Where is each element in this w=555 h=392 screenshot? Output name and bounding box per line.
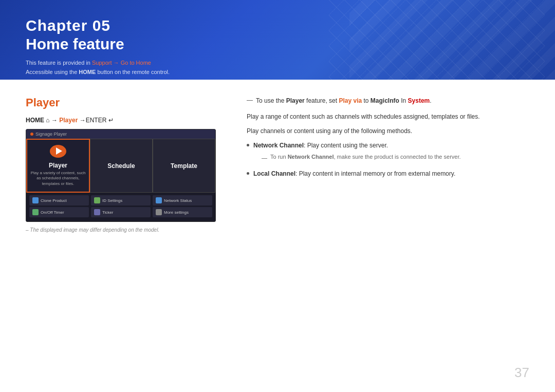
desc-home-strong: HOME [79, 69, 96, 75]
subnote-bold: Network Channel [288, 154, 334, 160]
network-status-icon [156, 197, 162, 203]
menu-network-status: Network Status [153, 195, 212, 206]
id-settings-label: ID Settings [102, 198, 122, 203]
onoff-timer-label: On/Off Timer [41, 210, 64, 215]
more-settings-label: More settings [164, 210, 189, 215]
panel-template: Template [153, 139, 215, 193]
body-text-1: Play a range of content such as channels… [247, 112, 529, 122]
network-channel-label: Network Channel [253, 142, 304, 149]
nav-enter-symbol: ↵ [108, 117, 114, 124]
more-settings-icon [156, 209, 162, 215]
bullet-local-channel: Local Channel: Play content in internal … [247, 169, 529, 179]
screenshot-menu: Clone Product ID Settings Network Status [26, 193, 215, 221]
nav-path: HOME ⌂ → Player →ENTER ↵ [26, 117, 226, 124]
panel-template-title: Template [171, 162, 197, 170]
header-banner: Chapter 05 Home feature This feature is … [0, 0, 555, 80]
bullet1-colon: : Play content using the server. [304, 142, 388, 149]
desc-line2-before: Accessible using the [26, 69, 79, 75]
ticker-icon [94, 209, 100, 215]
menu-id-settings: ID Settings [91, 195, 151, 206]
screenshot-titlebar: Signage Player [26, 129, 215, 139]
menu-onoff-timer: On/Off Timer [29, 207, 89, 217]
main-content: Player HOME ⌂ → Player →ENTER ↵ Signage … [0, 80, 555, 243]
titlebar-text: Signage Player [35, 132, 67, 137]
intro-middle: feature, set [305, 97, 339, 104]
menu-more-settings: More settings [153, 207, 212, 217]
menu-row-1: Clone Product ID Settings Network Status [29, 195, 212, 206]
bullet-2-text: Local Channel: Play content in internal … [253, 169, 455, 179]
panel-player-desc: Play a variety of content, such as sched… [30, 171, 86, 186]
intro-note-text: To use the Player feature, set Play via … [256, 96, 432, 106]
intro-in: In [399, 97, 408, 104]
bullet-dot-2 [247, 172, 249, 175]
subnote-dash: — [262, 154, 267, 163]
screenshot-caption: – The displayed image may differ dependi… [26, 227, 226, 233]
intro-note: — To use the Player feature, set Play vi… [247, 96, 529, 106]
left-column: Player HOME ⌂ → Player →ENTER ↵ Signage … [26, 96, 226, 233]
id-settings-icon [94, 197, 100, 203]
bullet2-colon: : Play content in internal memory or fro… [295, 170, 455, 177]
desc-link[interactable]: Support → Go to Home [92, 60, 151, 66]
intro-to: to [362, 97, 371, 104]
bullet-dot-1 [247, 144, 249, 146]
play-icon [50, 145, 66, 158]
clone-product-icon [32, 197, 39, 203]
onoff-timer-icon [32, 209, 39, 215]
ticker-label: Ticker [102, 210, 113, 215]
desc-line1-before: This feature is provided in [26, 60, 92, 66]
panel-player-title: Player [49, 162, 67, 169]
intro-system: System [408, 97, 430, 104]
page-number: 37 [514, 365, 529, 381]
section-title: Player [26, 96, 226, 109]
panels-container: Player Play a variety of content, such a… [26, 139, 215, 193]
menu-clone-product: Clone Product [29, 195, 89, 206]
nav-home-label: HOME [26, 117, 44, 124]
intro-play-via: Play via [339, 97, 362, 104]
bullet-1-text: Network Channel: Play content using the … [253, 141, 461, 166]
intro-period: . [430, 97, 431, 104]
nav-player-label: Player [59, 117, 78, 124]
intro-player-bold: Player [286, 97, 305, 104]
clone-product-label: Clone Product [41, 198, 67, 203]
menu-row-2: On/Off Timer Ticker More settings [29, 207, 212, 217]
right-column: — To use the Player feature, set Play vi… [247, 96, 529, 233]
local-channel-label: Local Channel [253, 170, 295, 177]
menu-ticker: Ticker [91, 207, 151, 217]
body-text-2: Play channels or content using any of th… [247, 126, 529, 137]
desc-line2-after: button on the remote control. [96, 69, 170, 75]
titlebar-dot [30, 133, 33, 136]
panel-player: Player Play a variety of content, such a… [26, 139, 90, 193]
decorative-pattern [329, 0, 545, 80]
panel-schedule-title: Schedule [107, 162, 135, 170]
network-channel-subnote: — To run Network Channel, make sure the … [262, 153, 461, 163]
subnote-text: To run Network Channel, make sure the pr… [270, 153, 461, 161]
nav-arrow1: → [51, 117, 58, 124]
channel-list: Network Channel: Play content using the … [247, 141, 529, 179]
intro-magicinfo: MagicInfo [371, 97, 399, 104]
nav-arrow2: →ENTER [80, 117, 107, 124]
nav-home-symbol: ⌂ [46, 117, 49, 124]
bullet-network-channel: Network Channel: Play content using the … [247, 141, 529, 166]
intro-dash: — [247, 97, 253, 104]
panel-schedule: Schedule [90, 139, 153, 193]
network-status-label: Network Status [164, 198, 192, 203]
player-screenshot: Signage Player Player Play a variety of … [26, 129, 216, 222]
intro-before: To use the [256, 97, 286, 104]
